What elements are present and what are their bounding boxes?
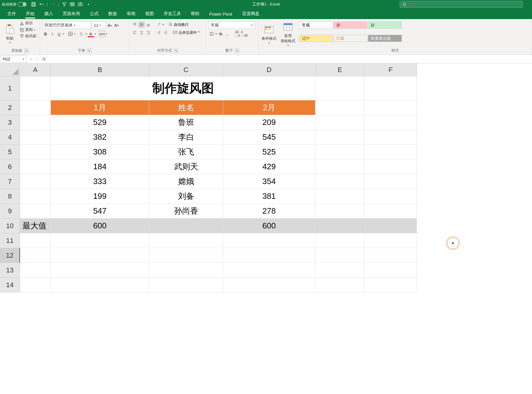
cell[interactable]: 600	[223, 219, 315, 233]
cell[interactable]	[51, 278, 149, 292]
cell[interactable]	[315, 204, 365, 219]
phonetic-icon[interactable]: wén	[99, 31, 105, 37]
cell[interactable]	[365, 219, 417, 233]
tab-help[interactable]: 帮助	[186, 9, 204, 19]
row-header[interactable]: 13	[0, 263, 20, 278]
font-color-icon[interactable]: A	[88, 31, 94, 37]
dialog-launcher-icon[interactable]: ⬊	[87, 49, 91, 53]
cell[interactable]	[51, 263, 149, 278]
fx-icon[interactable]: fx	[42, 57, 46, 62]
accounting-icon[interactable]	[209, 31, 215, 37]
wrap-text-button[interactable]: 自动换行	[168, 22, 189, 27]
cell[interactable]	[51, 233, 149, 248]
row-header[interactable]: 8	[0, 189, 20, 204]
cell[interactable]	[315, 159, 365, 174]
border-icon[interactable]	[67, 31, 74, 37]
cell[interactable]	[223, 263, 315, 278]
cell[interactable]: 382	[51, 130, 149, 145]
cell[interactable]	[365, 115, 417, 130]
cell[interactable]: 李白	[149, 130, 223, 145]
cell[interactable]	[315, 189, 365, 204]
fill-color-icon[interactable]	[79, 31, 85, 37]
conditional-format-button[interactable]: 条件格式▾	[261, 22, 277, 47]
cell[interactable]	[20, 174, 51, 189]
orientation-icon[interactable]	[156, 22, 162, 28]
cell[interactable]: 525	[223, 145, 315, 159]
cell[interactable]: 张飞	[149, 145, 223, 159]
cell[interactable]	[20, 115, 51, 130]
cell[interactable]: 武则天	[149, 159, 223, 174]
cell[interactable]: 刘备	[149, 189, 223, 204]
col-header-A[interactable]: A	[20, 63, 51, 76]
col-header-D[interactable]: D	[223, 63, 315, 76]
cell[interactable]: 1月	[51, 100, 149, 115]
cell[interactable]: 姓名	[149, 100, 223, 115]
cell[interactable]: 199	[51, 189, 149, 204]
row-header[interactable]: 5	[0, 145, 20, 159]
cell[interactable]	[365, 159, 417, 174]
cell[interactable]: 600	[51, 219, 149, 233]
tab-file[interactable]: 文件	[2, 9, 21, 19]
style-good[interactable]: 好	[368, 22, 402, 29]
cell[interactable]: 2月	[223, 100, 315, 115]
style-calc[interactable]: 计算	[334, 35, 367, 42]
cell[interactable]	[365, 263, 417, 278]
cell[interactable]	[315, 233, 365, 248]
cell[interactable]	[20, 248, 51, 263]
cell[interactable]: 209	[223, 115, 315, 130]
align-top-icon[interactable]	[132, 22, 138, 28]
col-header-F[interactable]: F	[365, 63, 417, 76]
cell[interactable]	[315, 219, 365, 233]
cell[interactable]	[149, 263, 223, 278]
cell[interactable]	[315, 263, 365, 278]
tab-view[interactable]: 视图	[140, 9, 159, 19]
cell[interactable]: 547	[51, 204, 149, 219]
search-box[interactable]	[400, 1, 523, 8]
cell[interactable]	[149, 278, 223, 292]
percent-icon[interactable]: %	[218, 31, 224, 37]
copy-button[interactable]: 复制▾	[19, 27, 37, 33]
cell[interactable]: 429	[223, 159, 315, 174]
cell[interactable]	[365, 100, 417, 115]
cell[interactable]: 184	[51, 159, 149, 174]
cell[interactable]	[365, 233, 417, 248]
tab-developer[interactable]: 开发工具	[159, 9, 186, 19]
tab-review[interactable]: 审阅	[122, 9, 140, 19]
align-center-icon[interactable]	[138, 30, 145, 36]
cell[interactable]	[51, 248, 149, 263]
cell[interactable]: 333	[51, 174, 149, 189]
cell[interactable]: 最大值	[20, 219, 51, 233]
cell[interactable]	[20, 233, 51, 248]
row-header[interactable]: 12	[0, 248, 20, 263]
cell[interactable]	[315, 100, 365, 115]
cell[interactable]: 381	[223, 189, 315, 204]
cell[interactable]	[149, 219, 223, 233]
row-header[interactable]: 1	[0, 76, 20, 100]
merge-center-button[interactable]: 合并后居中▾	[173, 30, 200, 35]
cell[interactable]	[315, 248, 365, 263]
col-header-B[interactable]: B	[51, 63, 149, 76]
enter-icon[interactable]: ✓	[36, 57, 39, 62]
row-header[interactable]: 9	[0, 204, 20, 219]
cell[interactable]	[365, 204, 417, 219]
cell[interactable]	[315, 115, 365, 130]
dialog-launcher-icon[interactable]: ⬊	[174, 49, 178, 53]
name-box[interactable]: H12▾	[1, 55, 26, 62]
cell[interactable]	[20, 76, 51, 100]
title-cell[interactable]: 制作旋风图	[51, 76, 315, 100]
autosave-toggle[interactable]: 自动保存 关	[2, 2, 26, 7]
formula-input[interactable]	[48, 55, 532, 63]
cell[interactable]	[20, 100, 51, 115]
style-normal[interactable]: 常规	[299, 22, 333, 29]
cell[interactable]: 529	[51, 115, 149, 130]
cut-button[interactable]: 剪切	[19, 20, 37, 26]
row-header[interactable]: 4	[0, 130, 20, 145]
cell[interactable]: 孙尚香	[149, 204, 223, 219]
decrease-decimal-icon[interactable]: .0→.00	[241, 31, 247, 37]
col-header-C[interactable]: C	[149, 63, 223, 76]
cell[interactable]: 354	[223, 174, 315, 189]
tab-home[interactable]: 开始	[21, 9, 39, 19]
cell[interactable]	[365, 145, 417, 159]
cell[interactable]	[149, 233, 223, 248]
italic-icon[interactable]: I	[49, 31, 55, 37]
